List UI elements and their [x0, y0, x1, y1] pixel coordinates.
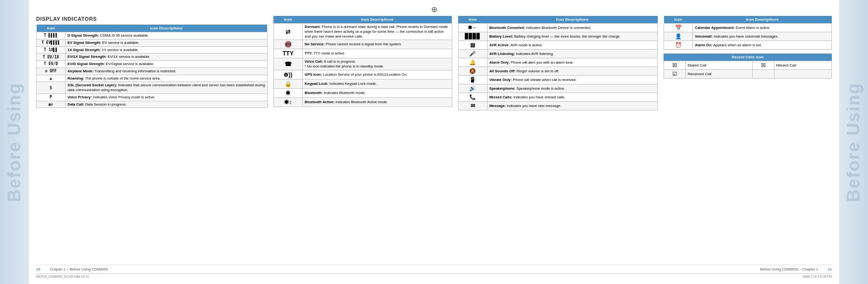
table-row: ⊕)) GPS Icon: Location Service of your p… — [273, 70, 452, 79]
section2-table: Icon Icon Descriptions ⇄ Dormant: Phone … — [273, 16, 452, 107]
crosshair-top: ⊕ — [36, 5, 832, 14]
desc-cell: Received Call — [686, 70, 752, 79]
section1-table: Icon Icon Descriptions T ▌▌▌▌ D Signal S… — [36, 25, 268, 108]
chapter-left: Chapter 1 – Before Using CDM8950 — [50, 267, 108, 271]
section3-col-icon: Icon — [458, 16, 487, 24]
icon-cell: ▤ — [458, 41, 487, 50]
table-row: T ▌▌▌▌ D Signal Strength: CDMA IS 95 ser… — [37, 32, 268, 40]
desc-cell: EV/1X Signal Strength: EV/1X service is … — [66, 54, 268, 61]
icon-cell: 📵 — [273, 40, 302, 49]
section1-title: DISPLAY INDICATORS — [36, 16, 268, 22]
desc-cell: EV Signal Strength: EV service is availa… — [66, 39, 268, 46]
footer-right: Before Using CDM8950 – Chapter 1 11 — [760, 267, 832, 271]
section3-table: Icon Icon Descriptions ✱← Bluetooth Conn… — [458, 16, 658, 110]
section2-col-desc: Icon Descriptions — [302, 16, 452, 24]
main-content: ⊕ DISPLAY INDICATORS Icon Icon Descripti… — [29, 0, 839, 284]
desc-cell: Missed Calls: Indicates you have missed … — [487, 93, 657, 102]
table-row: T EV/D EV/D Signal Strength: EV/Digital … — [37, 61, 268, 68]
table-row: 🔒 Keypad Lock: Indicates Keypad Lock mod… — [273, 79, 452, 88]
desc-cell: Alarm Only: Phone will alert you with an… — [487, 58, 657, 67]
desc-cell: 1X Signal Strength: 1X service is availa… — [66, 46, 268, 54]
table-row: T EV▌▌▌▌ EV Signal Strength: EV service … — [37, 39, 268, 46]
icon-cell: ⊕)) — [273, 70, 302, 79]
section4: Icon Icon Descriptions 📅 Calendar Appoin… — [664, 16, 832, 263]
desc-cell: No Service: Phone cannot receive a signa… — [302, 40, 452, 49]
icon-cell: ⊘ OFF — [37, 68, 66, 75]
desc-cell: Voice Call: A call is in progress.* No i… — [302, 58, 452, 70]
table-row: 🔊 Speakerphone: Speakerphone mode is act… — [458, 84, 657, 93]
desc-cell: D Signal Strength: CDMA IS 95 service av… — [66, 32, 268, 40]
table-row: 📵 No Service: Phone cannot receive a sig… — [273, 40, 452, 49]
icon-cell: 📳 — [458, 76, 487, 84]
bottom-left: 080716_CDM8950_ECHO.indd 10-11 — [36, 275, 89, 278]
icon-cell: TTY — [273, 49, 302, 58]
table-row: 🔕 All Sounds Off: Ringer volume is set t… — [458, 67, 657, 76]
table-row: ✉ Message: Indicates you have new messag… — [458, 102, 657, 110]
desc-cell: TTY: TTY mode is active. — [302, 49, 452, 58]
table-row: ⏰ Alarm On: Appears when an alarm is set… — [664, 41, 832, 50]
table-row: ⊘ OFF Airplane Mode: Transmitting and re… — [37, 68, 268, 75]
desc-cell: EV/D Signal Strength: EV/Digital service… — [66, 61, 268, 68]
table-row: T 1X▌▌ 1X Signal Strength: 1X service is… — [37, 46, 268, 54]
desc-cell: Data Call: Data Session in progress. — [66, 101, 268, 108]
desc-cell: Airplane Mode: Transmitting and receivin… — [66, 68, 268, 75]
section4-col-icon: Icon — [664, 16, 693, 24]
icon-cell: T ▌▌▌▌ — [37, 32, 66, 40]
section2: Icon Icon Descriptions ⇄ Dormant: Phone … — [273, 16, 452, 263]
icon-cell: 🔕 — [458, 67, 487, 76]
page-container: Before Using ⊕ DISPLAY INDICATORS Icon I… — [0, 0, 868, 284]
icon-cell: ✱ — [273, 88, 302, 97]
icon-cell: ☎ — [273, 58, 302, 70]
section3-col-desc: Icon Descriptions — [487, 16, 657, 24]
icon-cell: P — [37, 94, 66, 101]
recent-calls-table: ☒ Dialed Call ☒ Missed Call ☑ Received C… — [664, 61, 832, 79]
desc-cell: Voicemail: Indicates you have voicemail … — [693, 32, 832, 41]
icon-cell: ▊▊▊▊ — [458, 32, 487, 41]
desc-cell — [774, 70, 831, 79]
icon-cell: ▲ — [37, 75, 66, 82]
icon-cell: ▣↕ — [37, 101, 66, 108]
icon-cell: T 1X▌▌ — [37, 46, 66, 54]
page-num-left: 10 — [36, 267, 40, 271]
icon-cell: ☑ — [664, 70, 686, 79]
page-num-right: 11 — [828, 267, 832, 271]
desc-cell: Dialed Call — [686, 61, 752, 70]
desc-cell: All Sounds Off: Ringer volume is set to … — [487, 67, 657, 76]
icon-cell: ✱← — [458, 24, 487, 32]
icon-cell: 🔔 — [458, 58, 487, 67]
icon-cell: ✱↕ — [273, 97, 302, 107]
bottom-bar: 080716_CDM8950_ECHO.indd 10-11 2008.7.16… — [36, 273, 832, 279]
icon-cell: ☒ — [752, 61, 774, 70]
table-row: ✱ Bluetooth: Indicates Bluetooth mode. — [273, 88, 452, 97]
icon-cell: T EV▌▌▌▌ — [37, 39, 66, 46]
icon-cell — [752, 70, 774, 79]
right-side-text: Before Using — [843, 82, 864, 202]
table-row: ☎ Voice Call: A call is in progress.* No… — [273, 58, 452, 70]
recent-calls-title: Recent Calls Icon — [664, 54, 832, 61]
recent-calls-section: Recent Calls Icon ☒ Dialed Call ☒ Missed… — [664, 54, 832, 79]
desc-cell: AVR Listening: Indicates AVR listening. — [487, 50, 657, 58]
section1-col-desc: Icon Descriptions — [66, 25, 268, 32]
desc-cell: Alarm On: Appears when an alarm is set. — [693, 41, 832, 50]
table-row: 🔔 Alarm Only: Phone will alert you with … — [458, 58, 657, 67]
table-row: ✱↕ Bluetooth Active: Indicates Bluetooth… — [273, 97, 452, 107]
table-row: ▊▊▊▊ Battery Level: Battery charging lev… — [458, 32, 657, 41]
icon-cell: ⏰ — [664, 41, 693, 50]
left-side-band: Before Using — [0, 0, 29, 284]
table-row: P Voice Privacy: Indicates Voice Privacy… — [37, 94, 268, 101]
desc-cell: Bluetooth Active: Indicates Bluetooth Ac… — [302, 97, 452, 107]
table-row: 📞 Missed Calls: Indicates you have misse… — [458, 93, 657, 102]
desc-cell: Roaming: The phone is outside of the hom… — [66, 75, 268, 82]
icon-cell: 📞 — [458, 93, 487, 102]
chapter-right: Before Using CDM8950 – Chapter 1 — [760, 267, 818, 271]
section3: Icon Icon Descriptions ✱← Bluetooth Conn… — [458, 16, 658, 263]
icon-cell: 🔊 — [458, 84, 487, 93]
desc-cell: Vibrate Only: Phone will vibrate when ca… — [487, 76, 657, 84]
table-row: ☑ Received Call — [664, 70, 832, 79]
footer-bar: 10 Chapter 1 – Before Using CDM8950 Befo… — [36, 265, 832, 273]
table-row: 📳 Vibrate Only: Phone will vibrate when … — [458, 76, 657, 84]
icon-cell: S — [37, 82, 66, 94]
desc-cell: SSL (Secured Socket Layer): Indicates th… — [66, 82, 268, 94]
desc-cell: GPS Icon: Location Service of your phone… — [302, 70, 452, 79]
icon-cell: T EV/1X — [37, 54, 66, 61]
